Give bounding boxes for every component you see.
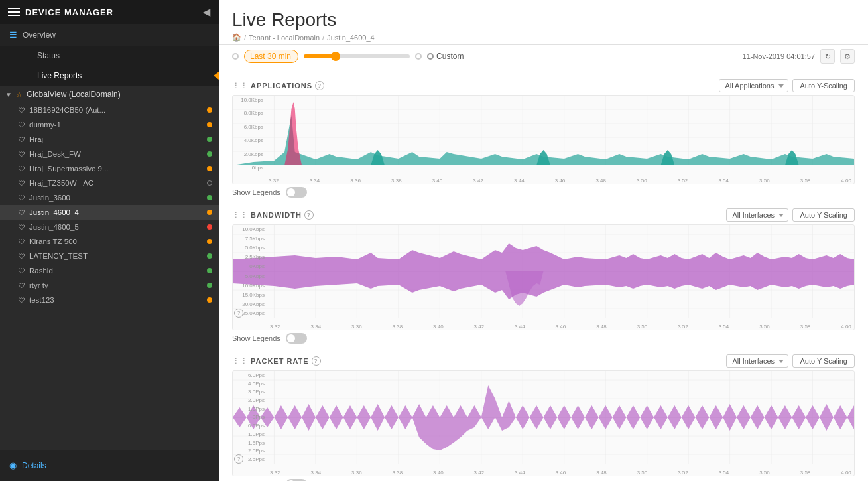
tree-item[interactable]: 🛡 Hraj_Desk_FW bbox=[0, 147, 219, 161]
breadcrumb-home-icon: 🏠 bbox=[232, 33, 241, 42]
show-legends-label: Show Legends bbox=[232, 188, 280, 196]
bw-info-icon[interactable]: ? bbox=[304, 210, 314, 220]
time-range-pill[interactable]: Last 30 min bbox=[244, 50, 298, 63]
y-label: 10.0Kbps bbox=[235, 226, 265, 232]
svg-marker-46 bbox=[233, 271, 854, 299]
custom-radio[interactable]: Custom bbox=[427, 52, 464, 61]
x-label: 4:00 bbox=[841, 178, 851, 184]
tree-item[interactable]: 🛡 LATENCY_TEST bbox=[0, 249, 219, 263]
x-label: 3:42 bbox=[473, 178, 483, 184]
pkt-x-axis: 3:32 3:34 3:36 3:38 3:40 3:42 3:44 3:46 … bbox=[267, 470, 854, 476]
applications-header: ⋮⋮ APPLICATIONS ? All Applications Auto … bbox=[232, 79, 855, 92]
bandwidth-header: ⋮⋮ BANDWIDTH ? All Interfaces Auto Y-Sca… bbox=[232, 208, 855, 222]
status-dot bbox=[207, 122, 212, 127]
tree-item[interactable]: 🛡 Kirans TZ 500 bbox=[0, 234, 219, 249]
x-label: 3:54 bbox=[718, 178, 729, 184]
toolbar-right: 11-Nov-2019 04:01:57 ↻ ⚙ bbox=[743, 49, 855, 64]
details-icon: ◉ bbox=[9, 460, 17, 470]
radio-circle-right[interactable] bbox=[415, 53, 422, 60]
tree-root[interactable]: ▼ ☆ GlobalView (LocalDomain) bbox=[0, 86, 219, 103]
pkt-info-icon[interactable]: ? bbox=[312, 356, 321, 366]
y-label: 2.0Kbps bbox=[235, 151, 263, 157]
slider-thumb[interactable] bbox=[331, 52, 340, 61]
nav-overview[interactable]: ☰ Overview bbox=[0, 24, 219, 46]
packet-rate-chart: 6.0Pps 4.0Pps 3.0Pps 2.0Pps 1.0Pps 0Pps … bbox=[232, 370, 855, 476]
tree-item[interactable]: 🛡 18B16924CB50 (Aut... bbox=[0, 103, 219, 117]
bandwidth-controls: All Interfaces Auto Y-Scaling bbox=[726, 208, 855, 222]
custom-label: Custom bbox=[436, 52, 464, 61]
tree-item[interactable]: 🛡 Hraj_Supermassive 9... bbox=[0, 161, 219, 176]
tree-item[interactable]: 🛡 rtyr ty bbox=[0, 278, 219, 293]
bandwidth-scale-button[interactable]: Auto Y-Scaling bbox=[792, 208, 855, 222]
y-label: 4.0Pps bbox=[235, 381, 265, 387]
packet-rate-dropdown[interactable]: All Interfaces bbox=[726, 354, 788, 368]
device-icon: 🛡 bbox=[19, 238, 25, 245]
overview-icon: ☰ bbox=[9, 30, 17, 40]
nav-details-label: Details bbox=[22, 461, 46, 470]
bw-info-bottom-icon[interactable]: ? bbox=[234, 309, 243, 318]
x-label: 3:52 bbox=[678, 470, 688, 476]
x-label: 3:50 bbox=[637, 178, 647, 184]
collapse-icon[interactable]: ◀ bbox=[203, 7, 211, 17]
nav-status-label: Status bbox=[37, 51, 60, 60]
nav-status[interactable]: — Status bbox=[0, 46, 219, 66]
y-label: 0Kbps bbox=[235, 263, 265, 269]
applications-scale-button[interactable]: Auto Y-Scaling bbox=[792, 79, 855, 92]
tree-item[interactable]: 🛡 dummy-1 bbox=[0, 117, 219, 132]
tree-item[interactable]: 🛡 test123 bbox=[0, 293, 219, 307]
nav-details[interactable]: ◉ Details bbox=[0, 455, 219, 476]
y-label: 2.0Pps bbox=[235, 448, 265, 454]
applications-dropdown[interactable]: All Applications bbox=[719, 79, 788, 92]
y-label: 7.5Kbps bbox=[235, 236, 265, 241]
hamburger-icon[interactable] bbox=[8, 8, 20, 16]
x-label: 3:34 bbox=[310, 178, 320, 184]
packet-rate-scale-button[interactable]: Auto Y-Scaling bbox=[792, 354, 855, 368]
tree-item[interactable]: 🛡 Justin_3600 bbox=[0, 190, 219, 205]
bw-info-bottom[interactable]: ? bbox=[234, 308, 243, 318]
status-dot bbox=[207, 297, 212, 303]
y-label: 3.0Pps bbox=[235, 389, 265, 395]
tree-item[interactable]: 🛡 Rashid bbox=[0, 263, 219, 278]
device-icon: 🛡 bbox=[19, 209, 25, 216]
status-dot bbox=[207, 180, 212, 186]
time-range-label: Last 30 min bbox=[250, 52, 291, 61]
drag-handle-icon: ⋮⋮ bbox=[232, 357, 248, 366]
pkt-info-bottom[interactable]: ? bbox=[234, 454, 243, 464]
bandwidth-dropdown[interactable]: All Interfaces bbox=[726, 208, 788, 222]
pkt-info-bottom-icon[interactable]: ? bbox=[234, 454, 243, 464]
x-label: 3:46 bbox=[556, 324, 566, 330]
live-reports-dash: — bbox=[24, 71, 32, 80]
time-range-slider[interactable]: Last 30 min Custom bbox=[232, 50, 464, 63]
drag-handle-icon: ⋮⋮ bbox=[232, 211, 248, 220]
x-label: 3:58 bbox=[800, 470, 811, 476]
bandwidth-chart: 10.0Kbps 7.5Kbps 5.0Kbps 2.5Kbps 0Kbps 5… bbox=[232, 224, 855, 330]
show-legends-toggle[interactable] bbox=[286, 187, 307, 198]
slider-track[interactable] bbox=[304, 54, 410, 58]
y-label: 6.0Pps bbox=[235, 372, 265, 378]
bw-show-legends-toggle[interactable] bbox=[286, 333, 307, 344]
x-label: 3:38 bbox=[391, 178, 402, 184]
applications-svg bbox=[233, 96, 854, 165]
settings-button[interactable]: ⚙ bbox=[840, 49, 855, 64]
info-icon[interactable]: ? bbox=[315, 81, 324, 90]
status-dot bbox=[207, 283, 212, 288]
packet-rate-title: ⋮⋮ PACKET RATE ? bbox=[232, 356, 321, 366]
device-name: Kirans TZ 500 bbox=[29, 238, 203, 245]
x-label: 3:36 bbox=[351, 324, 362, 330]
nav-live-reports[interactable]: — Live Reports bbox=[0, 66, 219, 86]
tree-item[interactable]: 🛡 Hraj_TZ350W - AC bbox=[0, 176, 219, 190]
x-label: 3:40 bbox=[433, 324, 444, 330]
tree-item[interactable]: 🛡 Hraj bbox=[0, 132, 219, 147]
tree-item[interactable]: 🛡 Justin_4600_5 bbox=[0, 220, 219, 234]
device-icon: 🛡 bbox=[19, 180, 25, 187]
tree-item-selected[interactable]: 🛡 Justin_4600_4 bbox=[0, 205, 219, 220]
device-name: Rashid bbox=[29, 267, 203, 275]
packet-rate-controls: All Interfaces Auto Y-Scaling bbox=[726, 354, 855, 368]
device-icon: 🛡 bbox=[19, 107, 25, 114]
y-label: 0bps bbox=[235, 165, 263, 171]
refresh-button[interactable]: ↻ bbox=[820, 49, 835, 64]
svg-marker-45 bbox=[233, 243, 854, 271]
x-label: 3:34 bbox=[311, 470, 322, 476]
tree-root-icon: ☆ bbox=[16, 90, 23, 99]
radio-circle-left[interactable] bbox=[232, 53, 239, 60]
